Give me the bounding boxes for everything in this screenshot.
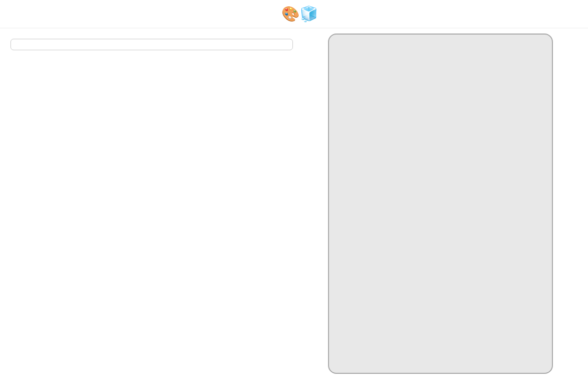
info-box (10, 39, 293, 50)
logo-icon: 🎨🧊 (281, 5, 318, 23)
logo: 🎨🧊 (270, 5, 318, 23)
pattern-preview (328, 34, 553, 374)
left-panel (10, 34, 293, 374)
right-panel (303, 34, 578, 374)
header: 🎨🧊 (0, 0, 588, 28)
main-content (0, 28, 588, 377)
